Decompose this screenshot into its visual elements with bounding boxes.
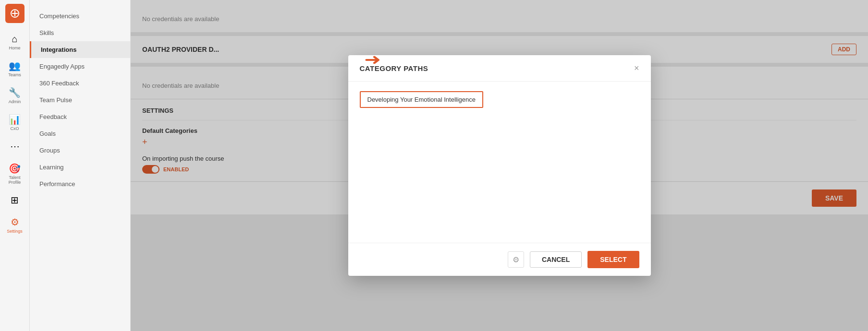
sidebar-item-engagedly-apps[interactable]: Engagedly Apps: [30, 58, 130, 75]
sidebar-item-cxo[interactable]: 📊 CxO: [2, 111, 28, 134]
home-icon: ⌂: [12, 34, 17, 45]
sidebar-item-groups[interactable]: Groups: [30, 142, 130, 159]
sidebar-item-settings[interactable]: ⚙ Settings: [2, 213, 28, 236]
sidebar-menu: Competencies Skills Integrations Engaged…: [30, 0, 131, 331]
arrow-indicator: ➜: [364, 50, 381, 69]
modal-header: CATEGORY PATHS ×: [348, 55, 651, 82]
sidebar-item-feedback[interactable]: Feedback: [30, 108, 130, 125]
main-content: No credentials are available OAUTH2 PROV…: [131, 0, 868, 331]
sidebar-item-360-feedback[interactable]: 360 Feedback: [30, 75, 130, 92]
admin-icon: 🔧: [9, 87, 21, 98]
sidebar-item-skills[interactable]: Skills: [30, 24, 130, 41]
sidebar-item-goals[interactable]: Goals: [30, 125, 130, 142]
modal-body: Developing Your Emotional Intelligence: [348, 82, 651, 243]
app-logo-button[interactable]: [5, 4, 24, 23]
modal-footer: ⚙ CANCEL SELECT: [348, 243, 651, 276]
sidebar-item-team-pulse[interactable]: Team Pulse: [30, 92, 130, 108]
modal-close-button[interactable]: ×: [634, 64, 639, 72]
sidebar-item-talent-profile[interactable]: 🎯 Talent Profile: [2, 160, 28, 188]
sidebar-item-integrations[interactable]: Integrations: [30, 41, 130, 58]
more-icon: ⋯: [10, 141, 20, 152]
cxo-icon: 📊: [9, 114, 21, 125]
modal-overlay: CATEGORY PATHS × Developing Your Emotion…: [131, 0, 868, 331]
selected-category-item[interactable]: Developing Your Emotional Intelligence: [360, 91, 484, 108]
grid-icon: ⊞: [11, 194, 19, 206]
gear-settings-button[interactable]: ⚙: [508, 251, 524, 268]
cancel-button[interactable]: CANCEL: [530, 251, 582, 268]
select-button[interactable]: SELECT: [587, 251, 639, 268]
icon-navigation: ⌂ Home 👥 Teams 🔧 Admin 📊 CxO ⋯ 🎯 Talent …: [0, 0, 30, 331]
sidebar-item-learning[interactable]: Learning: [30, 159, 130, 176]
sidebar-item-more[interactable]: ⋯: [2, 138, 28, 156]
sidebar-item-performance[interactable]: Performance: [30, 176, 130, 192]
gear-icon: ⚙: [513, 255, 519, 264]
category-paths-modal: CATEGORY PATHS × Developing Your Emotion…: [348, 55, 651, 276]
sidebar-item-competencies[interactable]: Competencies: [30, 8, 130, 24]
sidebar-item-teams[interactable]: 👥 Teams: [2, 57, 28, 80]
sidebar-item-home[interactable]: ⌂ Home: [2, 31, 28, 53]
teams-icon: 👥: [9, 60, 21, 71]
sidebar-item-admin[interactable]: 🔧 Admin: [2, 84, 28, 107]
talent-icon: 🎯: [9, 163, 21, 174]
settings-icon: ⚙: [11, 216, 19, 228]
sidebar-item-grid[interactable]: ⊞: [2, 191, 28, 210]
